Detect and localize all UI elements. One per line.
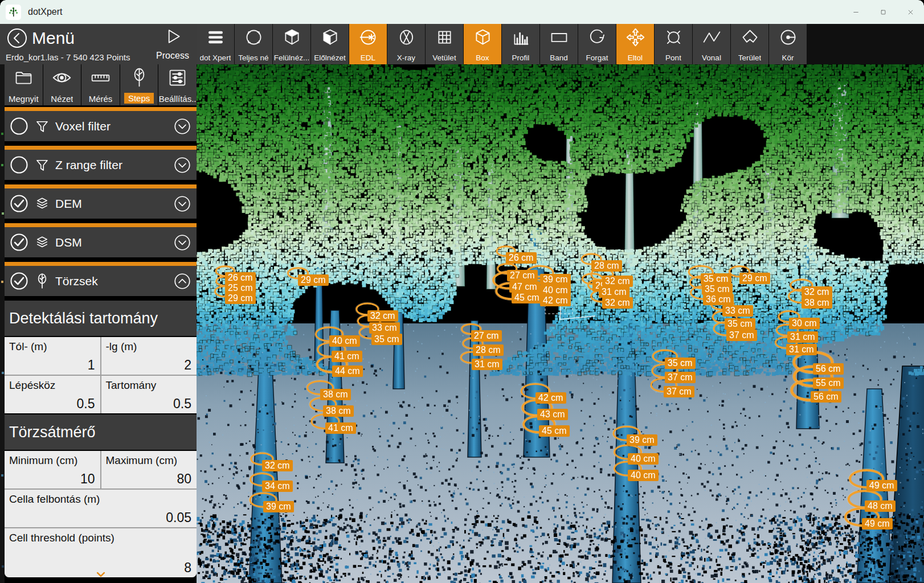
measurement-label[interactable]: 47 cm — [509, 281, 540, 293]
field-cella-felbont-s-m[interactable]: Cella felbontás (m)0.05 — [5, 490, 197, 527]
field-maximum-cm[interactable]: Maximum (cm)80 — [101, 451, 197, 488]
unchecked-circle-icon[interactable] — [9, 116, 29, 136]
measurement-label[interactable]: 31 cm — [787, 331, 818, 343]
measurement-label[interactable]: 32 cm — [602, 276, 633, 287]
checked-circle-icon[interactable] — [9, 194, 29, 214]
measurement-label[interactable]: 43 cm — [537, 409, 568, 420]
chevron-down-icon[interactable] — [173, 117, 192, 136]
measurement-label[interactable]: 48 cm — [865, 500, 896, 512]
measurement-label[interactable]: 33 cm — [722, 305, 753, 317]
measurement-label[interactable]: 33 cm — [369, 322, 400, 334]
process-button[interactable]: Process — [152, 26, 193, 62]
measurement-label[interactable]: 35 cm — [371, 334, 402, 345]
chevron-down-icon[interactable] — [173, 155, 192, 175]
measurement-label[interactable]: 35 cm — [665, 358, 696, 369]
measurement-label[interactable]: 31 cm — [472, 359, 502, 370]
measurement-label[interactable]: 32 cm — [367, 310, 398, 322]
tool-ter-let[interactable]: Terület — [731, 24, 768, 64]
measurement-label[interactable]: 32 cm — [262, 460, 293, 471]
measurement-label[interactable]: 38 cm — [320, 389, 351, 400]
unchecked-circle-icon[interactable] — [9, 155, 29, 175]
tab-m-r-s[interactable]: Mérés — [81, 64, 120, 105]
measurement-label[interactable]: 30 cm — [789, 318, 820, 329]
measurement-label[interactable]: 29 cm — [298, 274, 329, 286]
measurement-label[interactable]: 41 cm — [332, 351, 362, 362]
tool-profil[interactable]: Profil — [502, 24, 539, 64]
layer-row[interactable]: Z range filter — [5, 150, 197, 180]
field-lg-m[interactable]: -lg (m)2 — [101, 337, 197, 375]
measurement-label[interactable]: 27 cm — [471, 330, 502, 342]
measurement-label[interactable]: 39 cm — [263, 501, 294, 512]
measurement-label[interactable]: 37 cm — [665, 372, 696, 383]
tab-n-zet[interactable]: Nézet — [43, 64, 81, 105]
tool-forgat[interactable]: Forgat — [578, 24, 616, 64]
chevron-down-icon[interactable] — [173, 233, 192, 252]
measurement-label[interactable]: 45 cm — [539, 425, 570, 437]
layer-row[interactable]: Törzsek — [5, 266, 197, 296]
measurement-label[interactable]: 40 cm — [628, 453, 659, 465]
scroll-more-chevron-icon[interactable] — [93, 568, 108, 582]
measurement-label[interactable]: 39 cm — [540, 274, 571, 285]
tool-band[interactable]: Band — [540, 24, 578, 64]
tool-dot-xpert[interactable]: dot Xpert — [197, 24, 234, 64]
measurement-label[interactable]: 39 cm — [627, 434, 657, 446]
maximize-button[interactable] — [869, 0, 897, 24]
measurement-label[interactable]: 49 cm — [866, 480, 897, 491]
field-minimum-cm[interactable]: Minimum (cm)10 — [5, 451, 100, 488]
measurement-label[interactable]: 40 cm — [329, 335, 360, 347]
measurement-label[interactable]: 56 cm — [811, 391, 841, 403]
checked-circle-icon[interactable] — [9, 232, 29, 252]
tool-teljes-n[interactable]: Teljes né — [235, 24, 272, 64]
chevron-down-icon[interactable] — [173, 194, 192, 214]
measurement-label[interactable]: 28 cm — [591, 260, 622, 272]
measurement-label[interactable]: 37 cm — [664, 386, 694, 397]
measurement-label[interactable]: 38 cm — [323, 405, 354, 417]
measurement-label[interactable]: 31 cm — [786, 344, 817, 355]
measurement-label[interactable]: 34 cm — [262, 481, 293, 492]
tool-edl[interactable]: EDL — [349, 24, 387, 64]
field-t-l-m[interactable]: Tól- (m)1 — [5, 337, 100, 375]
layer-row[interactable]: DEM — [5, 188, 197, 219]
close-button[interactable] — [897, 0, 924, 24]
measurement-label[interactable]: 32 cm — [602, 297, 633, 309]
tab-be-ll-t-s[interactable]: Beállítás... — [158, 64, 197, 105]
layer-row[interactable]: Voxel filter — [5, 111, 197, 141]
measurement-label[interactable]: 55 cm — [813, 377, 844, 389]
measurement-label[interactable]: 38 cm — [802, 297, 832, 309]
tool-vet-let[interactable]: Vetület — [426, 24, 463, 64]
measurement-label[interactable]: 41 cm — [325, 422, 356, 434]
measurement-label[interactable]: 32 cm — [802, 286, 832, 298]
measurement-label[interactable]: 49 cm — [862, 518, 893, 529]
measurement-label[interactable]: 28 cm — [473, 344, 504, 356]
tab-megnyit[interactable]: Megnyit — [5, 64, 43, 105]
checked-circle-icon[interactable] — [9, 271, 29, 291]
measurement-label[interactable]: 29 cm — [739, 273, 770, 284]
tab-steps[interactable]: Steps — [120, 64, 158, 105]
measurement-label[interactable]: 37 cm — [726, 330, 757, 341]
measurement-label[interactable]: 26 cm — [225, 272, 256, 284]
tool-k-r[interactable]: Kör — [769, 24, 807, 64]
measurement-label[interactable]: 40 cm — [540, 285, 571, 296]
measurement-label[interactable]: 36 cm — [703, 294, 734, 305]
layer-row[interactable]: DSM — [5, 227, 197, 257]
measurement-label[interactable]: 56 cm — [813, 363, 844, 375]
field-l-p-sk-z[interactable]: Lépésköz0.5 — [5, 376, 100, 413]
tool-eltol[interactable]: Eltol — [616, 24, 654, 64]
measurement-label[interactable]: 44 cm — [332, 366, 363, 377]
measurement-label[interactable]: 35 cm — [701, 273, 731, 285]
measurement-label[interactable]: 35 cm — [725, 318, 755, 330]
measurement-label[interactable]: 42 cm — [540, 295, 571, 306]
measurement-label[interactable]: 25 cm — [225, 282, 256, 294]
tool-pont[interactable]: Pont — [655, 24, 692, 64]
minimize-button[interactable] — [842, 0, 869, 24]
measurement-label[interactable]: 42 cm — [535, 392, 566, 404]
tool-box[interactable]: Box — [464, 24, 501, 64]
tool-x-ray[interactable]: X-ray — [387, 24, 425, 64]
chevron-up-icon[interactable] — [173, 272, 192, 291]
measurement-label[interactable]: 27 cm — [507, 270, 538, 281]
measurement-label[interactable]: 35 cm — [702, 284, 733, 295]
tool-el-ln-zet[interactable]: Előlnézet — [311, 24, 349, 64]
measurement-label[interactable]: 31 cm — [599, 286, 629, 298]
measurement-label[interactable]: 26 cm — [506, 252, 537, 264]
measurement-label[interactable]: 45 cm — [512, 292, 542, 303]
